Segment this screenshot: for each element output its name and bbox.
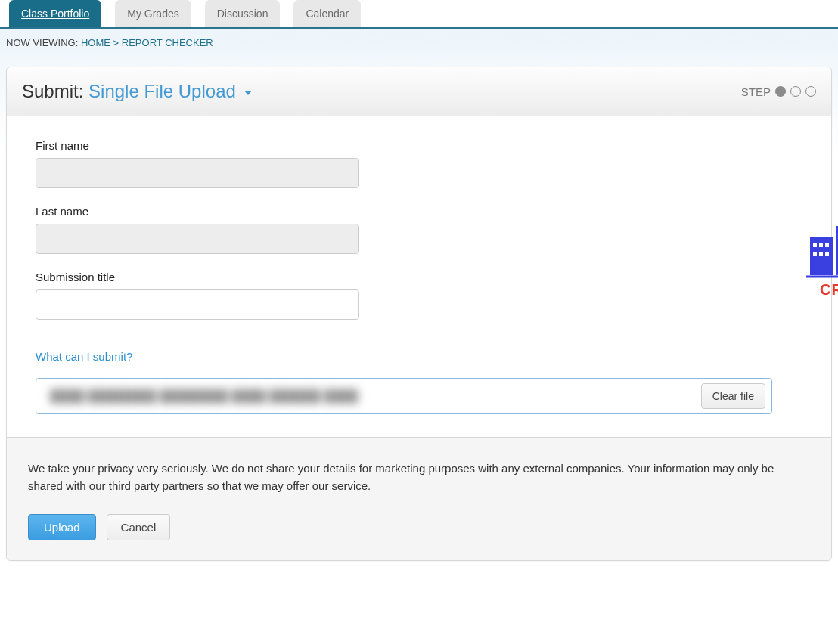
file-name-area: ████ ████████ ████████ ████ ██████ ████: [36, 379, 695, 413]
tab-class-portfolio[interactable]: Class Portfolio: [9, 0, 101, 27]
form-area: First name Last name Submission title Wh…: [7, 116, 831, 437]
svg-rect-8: [825, 243, 829, 247]
step-dot-2: [790, 86, 801, 97]
tab-my-grades[interactable]: My Grades: [115, 0, 191, 27]
logo-text-1: CREATIVE: [820, 281, 838, 298]
upload-mode-label: Single File Upload: [88, 81, 236, 101]
panel-footer: We take your privacy very seriously. We …: [7, 437, 831, 560]
privacy-text: We take your privacy very seriously. We …: [28, 460, 810, 494]
first-name-input[interactable]: [36, 158, 359, 188]
panel-title-prefix: Submit:: [22, 81, 83, 101]
button-row: Upload Cancel: [28, 514, 810, 540]
file-row: ████ ████████ ████████ ████ ██████ ████ …: [36, 378, 772, 414]
submission-title-input[interactable]: [36, 289, 359, 320]
tab-discussion[interactable]: Discussion: [205, 0, 281, 27]
first-name-group: First name: [36, 139, 772, 188]
submission-title-label: Submission title: [36, 271, 772, 283]
svg-rect-9: [813, 252, 817, 256]
step-dot-3: [805, 86, 816, 97]
clear-file-button[interactable]: Clear file: [701, 383, 765, 409]
chevron-down-icon: [244, 91, 252, 95]
breadcrumb-current[interactable]: REPORT CHECKER: [122, 37, 213, 48]
logo-area: CREATIVE SAVANTS: [802, 139, 838, 414]
svg-rect-11: [825, 252, 829, 256]
tab-calendar[interactable]: Calendar: [293, 0, 361, 27]
submission-title-group: Submission title: [36, 271, 772, 320]
nav-tabs: Class Portfolio My Grades Discussion Cal…: [0, 0, 838, 29]
step-indicator: STEP: [741, 85, 816, 98]
breadcrumb-home[interactable]: HOME: [81, 37, 110, 48]
last-name-input[interactable]: [36, 224, 359, 254]
file-name-text: ████ ████████ ████████ ████ ██████ ████: [50, 389, 358, 402]
svg-rect-7: [819, 243, 823, 247]
cancel-button[interactable]: Cancel: [107, 514, 171, 540]
step-label: STEP: [741, 85, 771, 98]
what-can-i-submit-link[interactable]: What can I submit?: [36, 350, 132, 363]
svg-rect-6: [813, 243, 817, 247]
creative-savants-logo: CREATIVE SAVANTS: [802, 139, 838, 305]
last-name-label: Last name: [36, 205, 772, 218]
upload-button[interactable]: Upload: [28, 514, 96, 540]
breadcrumb-sep: >: [113, 37, 119, 48]
step-dot-1: [775, 86, 786, 97]
last-name-group: Last name: [36, 205, 772, 254]
breadcrumb: NOW VIEWING: HOME > REPORT CHECKER: [0, 29, 838, 59]
panel-header: Submit: Single File Upload STEP: [7, 67, 831, 116]
submit-panel: Submit: Single File Upload STEP First na…: [6, 67, 832, 561]
svg-text:CREATIVE
             
       : CREATIVE SAVANTS: [820, 281, 838, 298]
breadcrumb-prefix: NOW VIEWING:: [6, 37, 78, 48]
panel-title: Submit: Single File Upload: [22, 81, 252, 102]
form-left: First name Last name Submission title Wh…: [36, 139, 772, 414]
first-name-label: First name: [36, 139, 772, 152]
upload-mode-dropdown[interactable]: Single File Upload: [88, 81, 251, 101]
svg-rect-10: [819, 252, 823, 256]
